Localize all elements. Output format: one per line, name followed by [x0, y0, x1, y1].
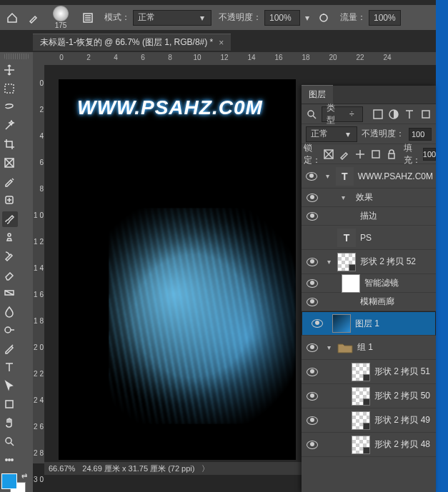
layer-name[interactable]: 形状 2 拷贝 49	[374, 414, 430, 426]
type-tool[interactable]	[2, 360, 18, 376]
layer-item[interactable]: 模糊画廊	[302, 293, 436, 311]
chevron-down-icon[interactable]: ▾	[303, 13, 312, 23]
layer-item[interactable]: 形状 2 拷贝 51	[302, 360, 436, 384]
layer-blend-select[interactable]: 正常 ▾	[306, 126, 357, 142]
lock-pixels-icon[interactable]	[339, 148, 350, 161]
filter-shape-icon[interactable]	[420, 108, 432, 121]
toolbox-grip[interactable]	[4, 54, 29, 59]
layer-item[interactable]: 形状 2 拷贝 50	[302, 384, 436, 408]
layer-thumbnail[interactable]	[352, 387, 370, 406]
lock-artboard-icon[interactable]	[370, 148, 382, 161]
path-select-tool[interactable]	[2, 378, 18, 394]
layers-tab[interactable]: 图层	[302, 85, 333, 104]
close-icon[interactable]: ×	[219, 38, 224, 48]
layer-item[interactable]: ▾组 1	[302, 336, 436, 360]
hand-tool[interactable]	[2, 416, 18, 431]
layer-thumbnail[interactable]: T	[337, 229, 356, 247]
visibility-toggle[interactable]	[302, 441, 323, 449]
disclosure-triangle-icon[interactable]: ▾	[327, 258, 337, 266]
visibility-toggle[interactable]	[302, 258, 323, 266]
layer-thumbnail[interactable]	[337, 253, 356, 271]
layer-fill-input[interactable]: 100	[423, 148, 436, 161]
layer-item[interactable]: 形状 2 拷贝 48	[302, 433, 436, 457]
layer-opacity-input[interactable]: 100	[409, 128, 432, 141]
brush-panel-toggle[interactable]	[79, 9, 97, 27]
visibility-toggle[interactable]	[307, 319, 328, 328]
layer-thumbnail[interactable]	[352, 411, 370, 430]
layer-item[interactable]: 智能滤镜	[302, 274, 436, 293]
doc-info[interactable]: 24.69 厘米 x 31.75 厘米 (72 ppi)	[82, 463, 194, 474]
layer-name[interactable]: 形状 2 拷贝 48	[374, 438, 430, 451]
ruler-origin[interactable]	[33, 52, 44, 65]
dodge-tool[interactable]	[2, 323, 18, 338]
vertical-ruler[interactable]: 024681 01 21 41 61 82 02 22 42 62 83 0	[33, 65, 44, 463]
marquee-tool[interactable]	[2, 81, 18, 97]
layer-thumbnail[interactable]: T	[336, 167, 354, 186]
visibility-toggle[interactable]	[302, 279, 323, 288]
home-icon[interactable]	[3, 9, 21, 27]
layer-name[interactable]: 组 1	[357, 341, 373, 353]
history-brush-tool[interactable]	[2, 248, 18, 264]
layer-name[interactable]: 形状 2 拷贝 51	[374, 366, 430, 378]
visibility-toggle[interactable]	[302, 172, 322, 181]
visibility-toggle[interactable]	[302, 368, 323, 376]
layer-name[interactable]: 智能滤镜	[364, 277, 399, 289]
layer-name[interactable]: 描边	[360, 210, 377, 222]
disclosure-triangle-icon[interactable]: ▾	[327, 343, 337, 351]
layer-name[interactable]: WWW.PSAHZ.C0M	[358, 171, 433, 181]
document-tab[interactable]: 未标题-1-恢复的 @ 66.7% (图层 1, RGB/8#) * ×	[33, 34, 231, 51]
layer-name[interactable]: 图层 1	[355, 318, 379, 330]
eyedropper-tool[interactable]	[2, 174, 18, 190]
layer-name[interactable]: 形状 2 拷贝 52	[360, 256, 416, 268]
edit-toolbar-button[interactable]	[2, 453, 18, 468]
disclosure-triangle-icon[interactable]: ▾	[326, 172, 335, 180]
frame-tool[interactable]	[2, 156, 18, 171]
lock-all-icon[interactable]	[386, 148, 397, 161]
foreground-color-swatch[interactable]	[1, 473, 17, 489]
disclosure-triangle-icon[interactable]: ▾	[342, 194, 352, 201]
layer-item[interactable]: 形状 2 拷贝 49	[302, 408, 436, 433]
layer-item[interactable]: 描边	[302, 207, 436, 226]
flow-input[interactable]: 100%	[369, 10, 401, 26]
tool-preset-button[interactable]	[24, 9, 43, 27]
magic-wand-tool[interactable]	[2, 119, 18, 134]
color-swatches[interactable]	[0, 471, 33, 492]
blend-mode-select[interactable]: 正常 ▾	[133, 10, 211, 26]
opacity-input[interactable]: 100%	[264, 10, 300, 26]
shape-tool[interactable]	[2, 397, 18, 413]
layer-thumbnail[interactable]	[352, 363, 370, 381]
swap-colors-icon[interactable]	[21, 472, 29, 479]
lock-position-icon[interactable]	[354, 148, 366, 161]
visibility-toggle[interactable]	[302, 298, 323, 306]
visibility-toggle[interactable]	[302, 416, 323, 425]
layer-item[interactable]: TPS	[302, 226, 436, 250]
brush-tool[interactable]	[2, 211, 18, 227]
lasso-tool[interactable]	[2, 100, 18, 116]
search-icon[interactable]	[306, 108, 317, 121]
gradient-tool[interactable]	[2, 286, 18, 301]
pressure-opacity-icon[interactable]	[314, 9, 333, 27]
eraser-tool[interactable]	[2, 267, 18, 283]
move-tool[interactable]	[2, 63, 18, 79]
zoom-tool[interactable]	[2, 434, 18, 450]
filter-adjust-icon[interactable]	[388, 108, 399, 121]
layer-thumbnail[interactable]	[332, 314, 351, 333]
visibility-toggle[interactable]	[302, 212, 323, 221]
zoom-readout[interactable]: 66.67%	[49, 464, 75, 473]
visibility-toggle[interactable]	[302, 343, 323, 352]
layer-name[interactable]: PS	[360, 233, 372, 243]
layer-thumbnail[interactable]	[342, 274, 360, 293]
layer-item[interactable]: ▾效果	[302, 189, 436, 207]
layer-thumbnail[interactable]	[352, 436, 370, 454]
layer-name[interactable]: 模糊画廊	[360, 296, 394, 308]
blur-tool[interactable]	[2, 304, 18, 320]
pen-tool[interactable]	[2, 341, 18, 357]
lock-transparency-icon[interactable]	[323, 148, 334, 161]
visibility-toggle[interactable]	[302, 194, 323, 202]
crop-tool[interactable]	[2, 137, 18, 153]
layer-item[interactable]: ▾TWWW.PSAHZ.C0M	[302, 164, 436, 189]
visibility-toggle[interactable]	[302, 392, 323, 401]
horizontal-ruler[interactable]: 024681012141618202224	[44, 52, 436, 65]
layer-list[interactable]: ▾TWWW.PSAHZ.C0M▾效果描边TPS▾形状 2 拷贝 52智能滤镜模糊…	[302, 164, 436, 492]
filter-kind-select[interactable]: 类型 ÷	[322, 106, 363, 122]
